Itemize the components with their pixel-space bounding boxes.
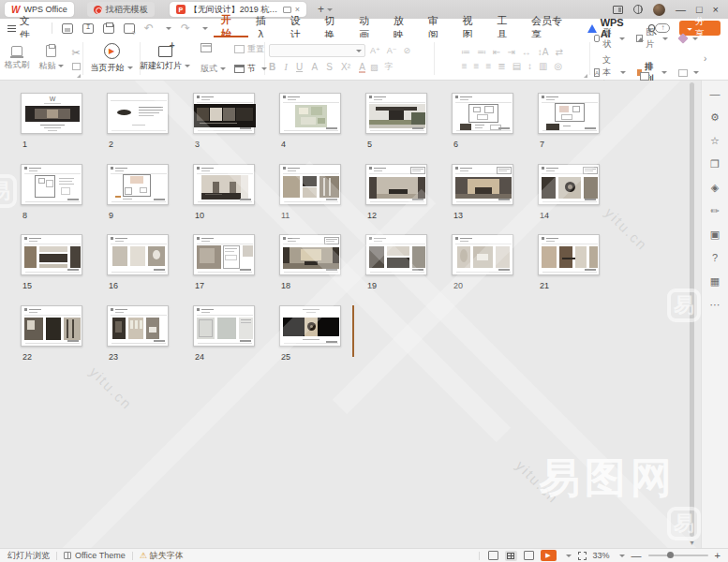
menu-item-动画[interactable]: 动画	[351, 19, 386, 37]
redo-icon[interactable]: ↷	[181, 22, 190, 35]
user-avatar[interactable]	[653, 4, 665, 16]
slide-thumbnail-14[interactable]	[538, 164, 600, 205]
play-caret-icon[interactable]	[127, 67, 133, 69]
present-mode-icon[interactable]	[283, 7, 291, 13]
justify-icon[interactable]: ≣	[498, 61, 505, 71]
help-icon[interactable]: ?	[712, 252, 718, 263]
undo-caret-icon[interactable]	[166, 27, 171, 30]
fill-button[interactable]	[679, 35, 698, 42]
layout-icon[interactable]	[201, 43, 212, 52]
reading-view-button[interactable]	[524, 551, 534, 560]
notes-frame-icon[interactable]: ▣	[710, 229, 720, 240]
paste-button[interactable]: 粘贴	[37, 37, 66, 80]
undo-icon[interactable]: ↶	[144, 22, 154, 35]
bold-icon[interactable]: B	[269, 62, 275, 72]
print-icon[interactable]	[103, 23, 114, 34]
more-icon[interactable]: ⋯	[710, 299, 721, 310]
menu-item-会员专享[interactable]: 会员专享	[524, 19, 578, 37]
save-icon[interactable]	[62, 23, 73, 34]
slide-thumbnail-5[interactable]	[365, 93, 427, 134]
menu-item-审阅[interactable]: 审阅	[421, 19, 455, 37]
zoom-slider-knob[interactable]	[667, 552, 674, 558]
font-name-select[interactable]	[269, 44, 365, 57]
zoom-level[interactable]: 33%	[593, 551, 610, 560]
paragraph-dialog-launcher-icon[interactable]	[584, 74, 587, 78]
zoom-out-button[interactable]: —	[631, 550, 642, 561]
new-tab-button[interactable]: +	[318, 3, 324, 16]
missing-font-label[interactable]: 缺失字体	[150, 550, 184, 562]
output-icon[interactable]	[82, 23, 94, 34]
close-button[interactable]: ×	[713, 4, 719, 15]
columns-icon[interactable]: ▥	[539, 61, 547, 71]
italic-icon[interactable]: I	[284, 62, 287, 72]
global-settings-icon[interactable]	[633, 5, 643, 14]
text-effect-icon[interactable]: 字	[385, 61, 394, 73]
smart-align-icon[interactable]: ◎	[555, 61, 563, 71]
slide-thumbnail-19[interactable]	[365, 234, 427, 275]
vertical-scrollbar[interactable]	[690, 82, 694, 537]
slide-thumbnail-17[interactable]	[193, 234, 255, 275]
zoom-slider[interactable]	[648, 555, 708, 556]
theme-label[interactable]: Office Theme	[75, 551, 126, 560]
convert-icon[interactable]: ⇄	[556, 47, 563, 57]
toolbar-customize-caret-icon[interactable]	[202, 27, 208, 30]
slide-sorter-view-button[interactable]	[505, 551, 517, 561]
side-panel-icon[interactable]	[613, 6, 623, 14]
increase-indent-icon[interactable]: ⇥	[507, 47, 514, 57]
wps-template-icon[interactable]: ◈	[711, 182, 719, 193]
slide-thumbnail-8[interactable]	[21, 164, 82, 205]
line-spacing-icon[interactable]: ↕	[527, 61, 532, 71]
maximize-button[interactable]: □	[696, 4, 703, 15]
play-from-current-button[interactable]: ▶ 当页开始	[89, 37, 135, 80]
slide-thumbnail-4[interactable]	[279, 93, 341, 134]
select-icon[interactable]	[72, 63, 81, 70]
selection-pane-button[interactable]	[678, 69, 699, 77]
paste-caret-icon[interactable]	[58, 65, 64, 67]
scrollbar-down-arrow-icon[interactable]: ▼	[689, 540, 695, 546]
font-color-icon[interactable]: A	[359, 62, 365, 72]
strikethrough-icon[interactable]: S	[326, 62, 333, 72]
char-spacing-icon[interactable]: ↔	[522, 47, 531, 57]
slide-thumbnail-9[interactable]	[107, 164, 169, 205]
slides-pane-icon[interactable]: ❐	[710, 158, 720, 170]
app-button[interactable]: W WPS Office	[5, 2, 74, 17]
clipboard-dialog-launcher-icon[interactable]	[77, 74, 81, 78]
menu-item-切换[interactable]: 切换	[317, 19, 351, 37]
underline-icon[interactable]: U	[296, 62, 303, 72]
menu-item-工具[interactable]: 工具	[489, 19, 524, 37]
slide-thumbnail-6[interactable]	[452, 93, 513, 134]
slide-thumbnail-23[interactable]	[107, 305, 169, 347]
decrease-font-icon[interactable]: A⁻	[387, 46, 397, 55]
slide-thumbnail-1[interactable]: W	[21, 93, 82, 134]
superscript-icon[interactable]: X²	[341, 62, 350, 72]
tab-close-icon[interactable]: ×	[295, 5, 300, 14]
align-center-icon[interactable]: ≡	[474, 61, 480, 71]
tab-list-caret-icon[interactable]	[327, 8, 333, 11]
favorites-star-icon[interactable]: ☆	[710, 135, 720, 146]
slideshow-play-button[interactable]: ▶	[541, 550, 557, 561]
slide-thumbnail-20[interactable]	[452, 234, 513, 275]
tab-docer-templates[interactable]: 找稻壳模板	[87, 2, 155, 17]
slide-thumbnail-2[interactable]	[107, 93, 169, 134]
zoom-caret-icon[interactable]	[619, 555, 625, 557]
text-direction-icon[interactable]: ↕A	[538, 47, 549, 57]
slide-thumbnail-16[interactable]	[107, 234, 169, 275]
menu-item-设计[interactable]: 设计	[283, 19, 318, 37]
layout-caret-icon[interactable]	[220, 67, 226, 70]
align-left-icon[interactable]: ≡	[462, 61, 468, 71]
highlight-color-icon[interactable]: ▨	[370, 63, 379, 72]
menu-item-开始[interactable]: 开始	[214, 19, 248, 37]
slide-thumbnail-18[interactable]	[279, 234, 341, 275]
beautify-wand-icon[interactable]: ✏	[710, 205, 719, 216]
file-menu[interactable]: 文件	[0, 19, 48, 37]
normal-view-button[interactable]	[488, 551, 498, 560]
format-painter-button[interactable]: 格式刷	[2, 37, 31, 80]
slide-thumbnail-11[interactable]	[279, 164, 341, 205]
fit-window-icon[interactable]	[578, 552, 587, 560]
menu-item-插入[interactable]: 插入	[248, 19, 283, 37]
new-slide-button[interactable]: 新建幻灯片	[138, 37, 192, 80]
picture-button[interactable]: 图片	[636, 26, 668, 51]
bullets-icon[interactable]: ≔	[461, 47, 470, 57]
gift-icon[interactable]: ▦	[710, 275, 720, 287]
collapse-icon[interactable]: —	[710, 88, 721, 99]
